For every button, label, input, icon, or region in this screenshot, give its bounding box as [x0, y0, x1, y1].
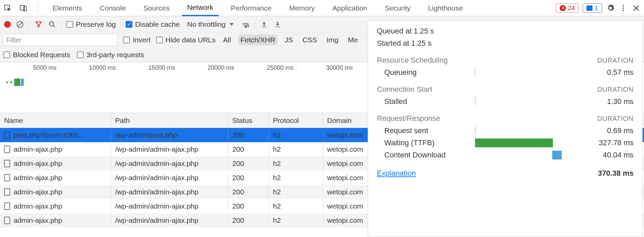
throttling-value: No throttling: [187, 20, 226, 28]
timing-panel: Queued at 1.25 s Started at 1.25 s Resou…: [368, 20, 643, 237]
tab-network[interactable]: Network: [182, 0, 219, 16]
record-button[interactable]: [4, 21, 11, 28]
separator: [61, 20, 62, 29]
col-status-header[interactable]: Status: [228, 113, 269, 128]
request-response-title: Request/Response: [377, 114, 440, 123]
error-count-badge[interactable]: ✕ 24: [556, 3, 579, 13]
tab-lighthouse[interactable]: Lighthouse: [423, 1, 468, 16]
col-path-header[interactable]: Path: [111, 113, 228, 128]
filter-type-fetchxhr[interactable]: Fetch/XHR: [238, 35, 277, 45]
chevron-down-icon: [230, 23, 234, 26]
hide-data-urls-checkbox[interactable]: Hide data URLs: [156, 36, 216, 44]
content-download-value: 40.04 ms: [566, 151, 634, 159]
invert-checkbox[interactable]: Invert: [123, 36, 151, 44]
filter-type-js[interactable]: JS: [283, 35, 295, 45]
tab-sources[interactable]: Sources: [138, 1, 175, 16]
third-party-checkbox[interactable]: 3rd-party requests: [77, 51, 144, 59]
message-count: 1: [595, 4, 598, 12]
request-protocol: h2: [273, 216, 281, 224]
waiting-value: 327.78 ms: [566, 138, 634, 147]
tab-console[interactable]: Console: [94, 1, 131, 16]
request-domain: wetopi.com: [327, 202, 363, 210]
filter-input[interactable]: Filter: [3, 34, 118, 46]
disable-cache-checkbox[interactable]: Disable cache: [126, 20, 180, 28]
request-sent-bar: [475, 126, 476, 134]
hide-data-urls-label: Hide data URLs: [166, 36, 216, 44]
filter-type-img[interactable]: Img: [325, 35, 341, 45]
request-domain: wetopi.com: [327, 159, 363, 168]
checkbox-icon: [77, 51, 84, 58]
stalled-bar: [475, 97, 476, 105]
close-icon[interactable]: [632, 4, 641, 13]
settings-icon[interactable]: [606, 4, 615, 13]
request-path: /wp-admin/admin-ajax.php: [115, 174, 198, 182]
document-icon: [4, 217, 10, 224]
svg-point-7: [49, 21, 54, 26]
tab-performance[interactable]: Performance: [226, 1, 277, 16]
download-har-icon[interactable]: [273, 20, 282, 29]
upload-har-icon[interactable]: [260, 20, 269, 29]
svg-point-4: [623, 7, 624, 9]
request-name: post.php?post=1065...: [14, 131, 84, 139]
message-icon: [586, 5, 593, 11]
request-path: /wp-admin/admin-ajax.php: [115, 202, 198, 210]
request-name: admin-ajax.php: [14, 216, 62, 224]
filter-type-media[interactable]: Me: [346, 35, 360, 45]
request-name: admin-ajax.php: [14, 202, 62, 210]
request-name: admin-ajax.php: [14, 145, 62, 153]
filter-icon[interactable]: [34, 20, 43, 29]
waiting-bar: [475, 138, 553, 147]
duration-header: DURATION: [597, 57, 634, 64]
queueing-bar: [475, 68, 476, 76]
col-name-header[interactable]: Name: [0, 113, 111, 128]
request-domain: wetopi.com: [327, 188, 363, 196]
stalled-label: Stalled: [377, 97, 475, 106]
separator: [29, 20, 29, 29]
tab-security[interactable]: Security: [379, 1, 416, 16]
request-domain: wetopi.com: [327, 145, 363, 153]
request-status: 200: [232, 202, 244, 210]
request-protocol: h2: [273, 145, 281, 153]
tab-memory[interactable]: Memory: [284, 1, 320, 16]
filter-type-css[interactable]: CSS: [300, 35, 319, 45]
search-icon[interactable]: [48, 20, 57, 29]
checkbox-icon: [123, 37, 130, 43]
timeline-tick: 5000 ms: [0, 64, 59, 71]
tab-application[interactable]: Application: [327, 1, 373, 16]
request-path: /wp-admin/admin-ajax.php: [115, 188, 198, 196]
col-protocol-header[interactable]: Protocol: [269, 113, 323, 128]
explanation-link[interactable]: Explanation: [377, 169, 416, 178]
invert-label: Invert: [133, 36, 151, 44]
preserve-log-checkbox[interactable]: Preserve log: [66, 20, 116, 28]
timeline-tick: 20000 ms: [178, 64, 237, 71]
clear-button[interactable]: [16, 20, 24, 29]
message-count-badge[interactable]: 1: [583, 3, 602, 13]
request-status: 200: [232, 159, 244, 168]
timeline-tick: 15000 ms: [119, 64, 178, 71]
more-icon[interactable]: [619, 4, 628, 13]
duration-header: DURATION: [597, 86, 634, 93]
queueing-label: Queueing: [377, 68, 475, 77]
request-name: admin-ajax.php: [14, 174, 62, 182]
stalled-value: 1.30 ms: [566, 97, 634, 106]
request-status: 200: [232, 188, 244, 196]
tab-elements[interactable]: Elements: [47, 1, 88, 16]
separator: [121, 20, 121, 29]
inspect-icon[interactable]: [3, 4, 12, 13]
blocked-requests-label: Blocked Requests: [13, 51, 70, 59]
request-domain: wetopi.com: [327, 131, 363, 139]
request-path: /wp-admin/post.php: [115, 131, 177, 139]
blocked-requests-checkbox[interactable]: Blocked Requests: [3, 51, 70, 59]
devtools-tab-bar: Elements Console Sources Network Perform…: [0, 0, 644, 16]
request-sent-value: 0.69 ms: [566, 126, 634, 135]
request-domain: wetopi.com: [327, 174, 363, 182]
content-download-bar: [552, 151, 562, 159]
throttling-select[interactable]: No throttling: [185, 20, 236, 28]
request-status: 200: [232, 216, 244, 224]
filter-type-all[interactable]: All: [221, 35, 233, 45]
request-protocol: h2: [273, 174, 281, 182]
device-toggle-icon[interactable]: [19, 4, 28, 13]
separator: [255, 20, 255, 29]
network-conditions-icon[interactable]: [241, 20, 250, 29]
timing-queued: Queued at 1.25 s: [377, 27, 634, 36]
